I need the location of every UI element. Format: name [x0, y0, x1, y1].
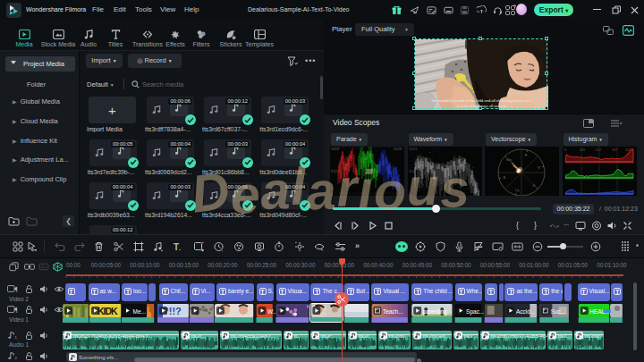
svg-text:tts3rd0.: tts3rd0.: [389, 333, 407, 339]
svg-text:tts3r...: tts3r...: [191, 333, 207, 339]
svg-text:tts3rdf7: tts3rdf7: [585, 333, 604, 339]
svg-text:tts3...: tts3...: [558, 333, 572, 339]
svg-text:1023: 1023: [394, 147, 402, 151]
svg-text:512: 512: [596, 148, 601, 152]
svg-text:tts3...: tts3...: [464, 333, 478, 339]
svg-text:2: 2: [15, 289, 18, 293]
svg-text:Teach...: Teach...: [383, 308, 403, 315]
svg-text:255: 255: [580, 148, 585, 152]
svg-text:tts3rd7ed...: tts3rd7ed...: [423, 333, 450, 339]
svg-text:parenting: parenting: [423, 308, 447, 316]
svg-text:KIDK: KIDK: [97, 306, 118, 316]
svg-text:Accid...: Accid...: [516, 308, 536, 315]
svg-text:Suc...: Suc...: [551, 308, 566, 315]
svg-text:tts3r...: tts3r...: [359, 333, 374, 339]
svg-text:tts3d277f246c-a16c-4b44-db4 t.: tts3d277f246c-a16c-4b44-db4 t...: [73, 333, 153, 339]
svg-text:tt...: tt...: [294, 333, 302, 339]
svg-text:tts3r...: tts3r...: [321, 333, 336, 339]
svg-text:Me...: Me...: [133, 308, 147, 315]
svg-text:2: 2: [15, 356, 18, 360]
svg-text:tts3rd4cca33ed-f...: tts3rd4cca33ed-f...: [231, 333, 275, 339]
svg-text:767: 767: [612, 148, 617, 152]
svg-text:1023: 1023: [409, 147, 418, 151]
svg-text:Spac...: Spac...: [466, 308, 484, 316]
